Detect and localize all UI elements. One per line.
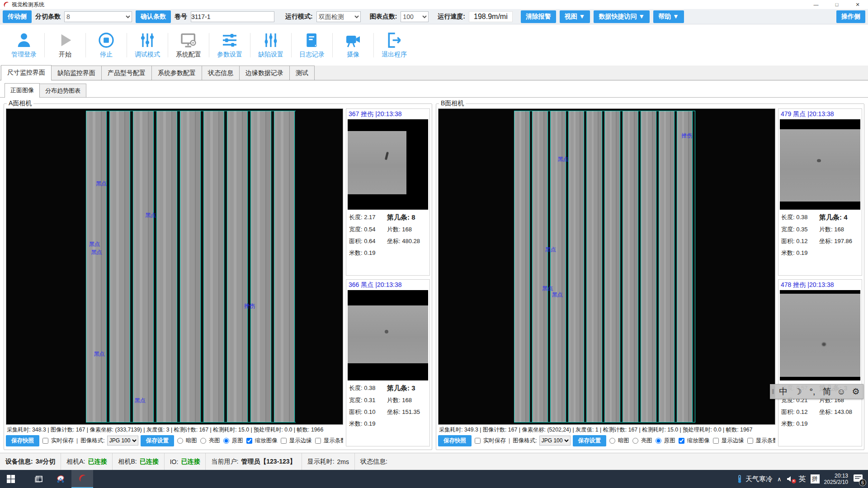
- image-format-select[interactable]: JPG 100: [539, 436, 571, 446]
- coord-label: 坐标:: [819, 238, 833, 244]
- ime-settings-gear[interactable]: ⚙: [849, 385, 863, 399]
- coord-label: 坐标:: [387, 238, 401, 244]
- area-label: 面积:: [781, 408, 795, 415]
- ime-simplified-toggle[interactable]: 简: [820, 385, 834, 399]
- maximize-button[interactable]: □: [826, 0, 847, 9]
- language-indicator[interactable]: 英: [799, 474, 806, 484]
- camera-panels: A面相机 黑点黑点黑点黑点挫伤黑点黑点 采集耗时: 348.3 | 图像计数: …: [0, 98, 868, 453]
- clear-alarm-button[interactable]: 清除报警: [521, 10, 556, 23]
- show-count-checkbox[interactable]: [747, 438, 753, 444]
- camera-b-title: B面相机: [439, 99, 466, 108]
- image-format-select[interactable]: JPG 100: [107, 436, 138, 446]
- system-config-button[interactable]: 系统配置: [169, 31, 208, 59]
- dark-image-radio[interactable]: [609, 438, 615, 444]
- dark-image-radio[interactable]: [177, 438, 183, 444]
- defect-thumbnail[interactable]: [348, 290, 428, 380]
- show-edge-checkbox[interactable]: [281, 438, 287, 444]
- ime-punctuation-toggle[interactable]: °,: [805, 385, 820, 399]
- exit-program-button[interactable]: 退出程序: [375, 31, 414, 59]
- app-logo-icon: [78, 474, 87, 483]
- start-button[interactable]: [0, 470, 22, 488]
- thumbnail-material-region: [348, 305, 428, 363]
- coord-label: 坐标:: [819, 408, 833, 415]
- zoom-image-checkbox[interactable]: [679, 438, 684, 444]
- save-snapshot-button[interactable]: 保存快照: [438, 435, 472, 446]
- defect-thumbnail[interactable]: [348, 119, 428, 210]
- icon-label: 系统配置: [176, 51, 201, 59]
- data-quick-access-button[interactable]: 数据快捷访问 ▼: [594, 10, 650, 23]
- realtime-save-checkbox[interactable]: [475, 438, 481, 444]
- camera-b-live-image[interactable]: 挫伤黑点黑点黑点黑点: [438, 108, 775, 425]
- log-record-button[interactable]: 日志记录: [292, 31, 331, 59]
- confirm-count-button[interactable]: 确认条数: [136, 10, 171, 23]
- tab-size-monitor[interactable]: 尺寸监控界面: [1, 65, 52, 80]
- ime-moon-icon[interactable]: ☽: [791, 385, 805, 399]
- clock-widget[interactable]: 20:13 2025/2/10: [824, 473, 848, 485]
- stop-button[interactable]: 停止: [87, 31, 126, 59]
- volume-muted-icon[interactable]: ✕: [786, 475, 794, 483]
- sub-tab-bar: 正面图像 分布趋势图表: [0, 80, 868, 98]
- drive-side-button[interactable]: 传动侧: [3, 10, 32, 23]
- help-menu-button[interactable]: 帮助 ▼: [653, 10, 684, 23]
- width-value: 0.54: [364, 226, 375, 233]
- original-image-radio[interactable]: [656, 438, 661, 444]
- debug-mode-button[interactable]: 调试模式: [128, 31, 167, 59]
- bright-image-radio[interactable]: [632, 438, 638, 444]
- chart-points-select[interactable]: 100: [401, 11, 429, 22]
- defect-stats: 长度: 2.17 第几条: 8 宽度: 0.54 片数: 168 面积: 0.6…: [346, 210, 429, 259]
- tab-system-param-config[interactable]: 系统参数配置: [151, 66, 202, 80]
- main-tab-bar: 尺寸监控界面 缺陷监控界面 产品型号配置 系统参数配置 状态信息 边缘数据记录 …: [0, 66, 868, 80]
- tab-test[interactable]: 测试: [289, 66, 315, 80]
- roll-number-input[interactable]: [191, 11, 274, 22]
- param-settings-button[interactable]: 参数设置: [210, 31, 249, 59]
- tab-edge-data-record[interactable]: 边缘数据记录: [239, 66, 290, 80]
- tab-product-model-config[interactable]: 产品型号配置: [101, 66, 152, 80]
- save-settings-button[interactable]: 保存设置: [141, 435, 174, 446]
- slit-count-select[interactable]: 8: [64, 11, 132, 22]
- meters-label: 米数:: [349, 249, 363, 256]
- original-image-radio[interactable]: [223, 438, 229, 444]
- defect-card-367: 367挫伤|20:13:38 长度: 2.17 第几条: 8 宽度: 0.54 …: [346, 108, 430, 276]
- notification-center-button[interactable]: 6: [853, 474, 864, 484]
- task-view-button[interactable]: [28, 470, 50, 488]
- close-button[interactable]: ✕: [847, 0, 868, 9]
- defect-label: 黑点: [542, 285, 553, 292]
- length-label: 长度:: [349, 214, 363, 221]
- defect-thumbnail[interactable]: [780, 290, 860, 380]
- subtab-distribution-chart[interactable]: 分布趋势图表: [39, 84, 86, 97]
- zoom-image-checkbox[interactable]: [246, 438, 252, 444]
- zoom-image-label: 缩放图像: [255, 437, 278, 445]
- show-edge-checkbox[interactable]: [713, 438, 719, 444]
- tab-status-info[interactable]: 状态信息: [202, 66, 240, 80]
- run-mode-select[interactable]: 双面检测: [316, 11, 361, 22]
- device-info-value: 3#分切: [36, 458, 56, 466]
- minimize-button[interactable]: —: [806, 0, 826, 9]
- length-value: 2.17: [364, 214, 375, 221]
- camera-a-live-image[interactable]: 黑点黑点黑点黑点挫伤黑点黑点: [6, 108, 343, 425]
- weather-widget[interactable]: 天气寒冷: [736, 474, 773, 483]
- bright-image-radio[interactable]: [200, 438, 206, 444]
- ime-drag-handle[interactable]: ‖: [770, 388, 776, 395]
- inspection-app-taskbar-button[interactable]: [71, 470, 93, 488]
- view-menu-button[interactable]: 视图 ▼: [560, 10, 590, 23]
- realtime-save-checkbox[interactable]: [42, 438, 48, 444]
- tab-defect-monitor[interactable]: 缺陷监控界面: [51, 66, 102, 80]
- capture-button[interactable]: 摄像: [334, 31, 373, 59]
- save-settings-button[interactable]: 保存设置: [573, 435, 606, 446]
- admin-login-button[interactable]: 管理登录: [5, 31, 43, 59]
- snipping-tool-button[interactable]: [50, 470, 71, 488]
- defect-thumbnail[interactable]: [780, 119, 860, 210]
- ime-emoji-button[interactable]: ☺: [834, 385, 849, 399]
- show-count-checkbox[interactable]: [315, 438, 321, 444]
- save-snapshot-button[interactable]: 保存快照: [6, 435, 39, 446]
- start-button[interactable]: 开始: [46, 31, 85, 59]
- tray-chevron[interactable]: ∧: [777, 476, 782, 483]
- toolbar-divider: [250, 33, 250, 57]
- subtab-front-image[interactable]: 正面图像: [5, 83, 40, 98]
- ime-indicator[interactable]: 拼: [811, 474, 820, 483]
- defect-settings-button[interactable]: 缺陷设置: [251, 31, 290, 59]
- pieces-value: 168: [402, 226, 412, 233]
- chart-points-label: 图表点数:: [370, 13, 397, 21]
- operate-side-button[interactable]: 操作侧: [836, 10, 865, 23]
- ime-mode-chinese[interactable]: 中: [776, 385, 791, 399]
